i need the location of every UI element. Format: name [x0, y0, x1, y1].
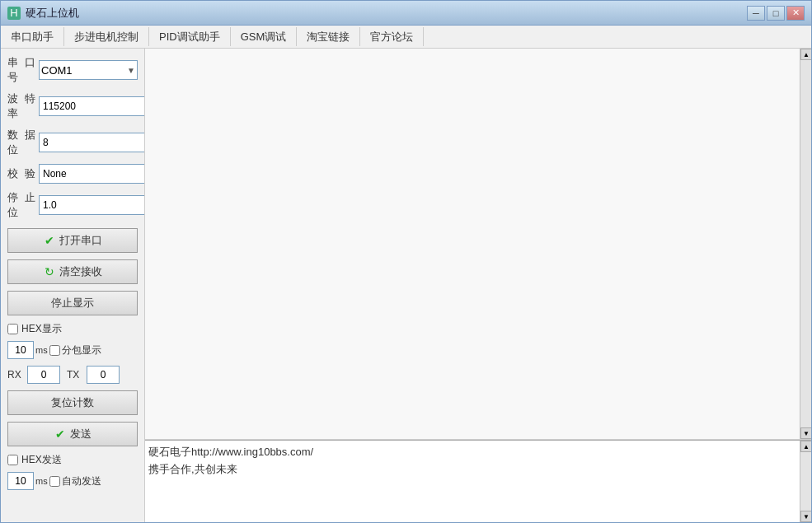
- send-icon: ✔: [54, 427, 67, 441]
- tx-label: TX: [67, 369, 83, 381]
- packet-ms-input[interactable]: [7, 341, 34, 359]
- stop-display-label: 停止显示: [51, 296, 94, 311]
- port-select[interactable]: COM1 ▼: [39, 60, 138, 80]
- menu-item-pid-helper[interactable]: PID调试助手: [149, 27, 231, 46]
- reset-counter-button[interactable]: 复位计数: [7, 390, 138, 415]
- receive-scrollbar[interactable]: ▲ ▼: [800, 49, 811, 439]
- send-area[interactable]: 硬石电子http://www.ing10bbs.com/ 携手合作,共创未来: [145, 441, 800, 522]
- clear-receive-button[interactable]: ↻ 清空接收: [7, 259, 138, 284]
- title-bar-left: H 硬石上位机: [7, 6, 79, 21]
- send-area-wrapper: 硬石电子http://www.ing10bbs.com/ 携手合作,共创未来 ▲…: [145, 440, 811, 522]
- hex-send-label: HEX发送: [21, 453, 62, 467]
- baud-input[interactable]: [39, 96, 145, 116]
- hex-send-row: HEX发送: [7, 453, 138, 467]
- auto-send-ms-label: ms: [35, 476, 48, 486]
- send-button[interactable]: ✔ 发送: [7, 422, 138, 446]
- parity-input[interactable]: [39, 164, 145, 184]
- menu-item-taobao[interactable]: 淘宝链接: [297, 27, 360, 46]
- clear-receive-label: 清空接收: [59, 264, 102, 279]
- rx-label: RX: [7, 369, 24, 381]
- hex-display-row: HEX显示: [7, 322, 138, 336]
- hex-display-checkbox[interactable]: [7, 324, 18, 334]
- tx-input[interactable]: [87, 366, 120, 384]
- data-bits-label: 数据位: [7, 128, 39, 157]
- send-label: 发送: [70, 427, 92, 441]
- app-icon: H: [7, 7, 21, 20]
- data-bits-input[interactable]: [39, 133, 145, 152]
- receive-scroll-up[interactable]: ▲: [800, 49, 811, 60]
- rx-tx-row: RX TX: [7, 366, 138, 384]
- menu-item-stepper-control[interactable]: 步进电机控制: [64, 27, 149, 46]
- main-window: H 硬石上位机 ─ □ ✕ 串口助手 步进电机控制 PID调试助手 GSM调试 …: [0, 0, 812, 523]
- send-scroll-track: [800, 452, 811, 511]
- packet-display-checkbox[interactable]: [49, 345, 60, 356]
- parity-row: 校 验: [7, 164, 138, 184]
- maximize-button[interactable]: □: [767, 6, 785, 21]
- receive-area[interactable]: [145, 49, 800, 439]
- baud-row: 波特率: [7, 91, 138, 121]
- auto-send-checkbox[interactable]: [49, 476, 60, 487]
- port-value: COM1: [41, 64, 73, 77]
- receive-scroll-track: [800, 60, 811, 427]
- title-bar: H 硬石上位机 ─ □ ✕: [1, 1, 811, 26]
- send-scroll-up[interactable]: ▲: [800, 441, 811, 452]
- port-label: 串口号: [7, 55, 39, 85]
- send-scrollbar[interactable]: ▲ ▼: [800, 441, 811, 522]
- auto-send-label: 自动发送: [62, 474, 101, 488]
- send-text: 硬石电子http://www.ing10bbs.com/ 携手合作,共创未来: [148, 444, 796, 479]
- menu-item-serial-helper[interactable]: 串口助手: [1, 27, 64, 46]
- open-port-label: 打开串口: [59, 233, 102, 248]
- left-panel: 串口号 COM1 ▼ 波特率 数据位 校 验: [1, 49, 145, 522]
- send-line1: 硬石电子http://www.ing10bbs.com/: [148, 444, 796, 461]
- hex-display-label: HEX显示: [21, 322, 62, 336]
- app-icon-label: H: [10, 7, 17, 19]
- packet-display-label: 分包显示: [62, 343, 101, 357]
- auto-send-row: ms 自动发送: [7, 472, 138, 490]
- close-button[interactable]: ✕: [786, 6, 805, 21]
- menu-bar: 串口助手 步进电机控制 PID调试助手 GSM调试 淘宝链接 官方论坛: [1, 26, 811, 49]
- rx-input[interactable]: [27, 366, 60, 384]
- receive-content-wrapper: ▲ ▼: [145, 49, 811, 440]
- open-port-button[interactable]: ✔ 打开串口: [7, 228, 138, 253]
- send-line2: 携手合作,共创未来: [148, 461, 796, 479]
- window-title: 硬石上位机: [26, 6, 79, 21]
- receive-scroll-down[interactable]: ▼: [800, 427, 811, 439]
- packet-display-row: ms 分包显示: [7, 341, 138, 359]
- hex-send-checkbox[interactable]: [7, 455, 18, 465]
- auto-send-ms-input[interactable]: [7, 472, 34, 490]
- menu-item-forum[interactable]: 官方论坛: [360, 27, 424, 46]
- data-bits-row: 数据位: [7, 128, 138, 157]
- menu-item-gsm-debug[interactable]: GSM调试: [231, 27, 298, 46]
- clear-receive-icon: ↻: [43, 265, 56, 278]
- minimize-button[interactable]: ─: [747, 6, 765, 21]
- port-row: 串口号 COM1 ▼: [7, 55, 138, 85]
- stop-bits-input[interactable]: [39, 195, 145, 215]
- stop-bits-row: 停止位: [7, 190, 138, 220]
- send-scroll-down[interactable]: ▼: [800, 511, 811, 522]
- stop-display-button[interactable]: 停止显示: [7, 291, 138, 315]
- port-dropdown-arrow: ▼: [127, 66, 135, 75]
- stop-bits-label: 停止位: [7, 190, 39, 220]
- open-port-icon: ✔: [43, 234, 56, 247]
- baud-label: 波特率: [7, 91, 39, 121]
- title-bar-buttons: ─ □ ✕: [747, 6, 805, 21]
- main-content: 串口号 COM1 ▼ 波特率 数据位 校 验: [1, 49, 811, 522]
- packet-ms-label: ms: [35, 345, 48, 355]
- reset-counter-label: 复位计数: [51, 395, 94, 410]
- parity-label: 校 验: [7, 166, 39, 181]
- right-panel: ▲ ▼ 硬石电子http://www.ing10bbs.com/ 携手合作,共创…: [145, 49, 811, 522]
